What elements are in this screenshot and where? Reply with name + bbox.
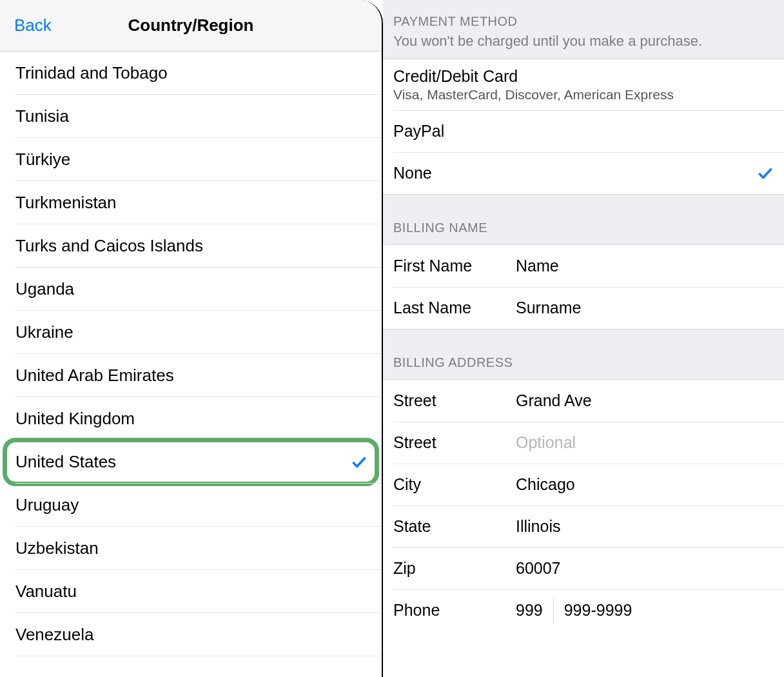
country-label: Ukraine [15, 322, 74, 342]
country-label: Trinidad and Tobago [15, 63, 168, 83]
country-row[interactable]: Türkiye [0, 138, 382, 181]
payment-option-title: Credit/Debit Card [393, 67, 518, 86]
billing-name-group: First NameNameLast NameSurname [383, 244, 784, 329]
billing-address-group: StreetGrand AveStreetOptionalCityChicago… [383, 379, 784, 631]
form-row[interactable]: StreetOptional [383, 422, 784, 464]
field-label: City [393, 475, 516, 494]
country-label: Turkmenistan [15, 193, 117, 213]
country-row[interactable]: Trinidad and Tobago [0, 52, 382, 95]
billing-address-header: BILLING ADDRESS [383, 329, 784, 379]
payment-option-title: None [393, 164, 432, 182]
country-region-pane: Back Country/Region Trinidad and TobagoT… [0, 0, 383, 677]
nav-bar: Back Country/Region [0, 0, 382, 52]
phone-value-wrap: 999999-9999 [516, 598, 632, 623]
form-row[interactable]: CityChicago [383, 464, 784, 505]
payment-method-header: PAYMENT METHOD You won't be charged unti… [383, 0, 784, 59]
country-row[interactable]: Turkmenistan [0, 181, 382, 224]
country-label: Uruguay [15, 495, 79, 515]
field-label: State [393, 517, 516, 536]
section-title: PAYMENT METHOD [393, 14, 774, 29]
country-label: Türkiye [15, 150, 70, 170]
form-row[interactable]: Last NameSurname [383, 287, 784, 329]
field-label: Street [393, 391, 516, 410]
country-label: Vanuatu [15, 582, 77, 602]
field-value[interactable]: Surname [516, 299, 581, 317]
field-label: Phone [393, 601, 516, 620]
country-label: Turks and Caicos Islands [15, 236, 203, 256]
country-row[interactable]: Vanuatu [0, 570, 382, 613]
section-title: BILLING NAME [393, 221, 774, 235]
country-row[interactable]: Uganda [0, 268, 382, 311]
form-row[interactable]: StreetGrand Ave [383, 380, 784, 422]
country-list[interactable]: Trinidad and TobagoTunisiaTürkiyeTurkmen… [0, 52, 382, 677]
field-value[interactable]: 60007 [516, 559, 561, 578]
field-placeholder[interactable]: Optional [516, 433, 576, 452]
country-row[interactable]: United States [0, 440, 382, 484]
form-row[interactable]: Zip60007 [383, 547, 784, 589]
country-label: United Arab Emirates [15, 366, 174, 386]
country-row[interactable]: Venezuela [0, 613, 382, 656]
country-label: Tunisia [15, 106, 69, 126]
payment-option[interactable]: PayPal [383, 110, 784, 152]
field-label: Last Name [393, 299, 516, 317]
field-value[interactable]: Chicago [516, 475, 575, 494]
payment-option-sub: Visa, MasterCard, Discover, American Exp… [393, 87, 674, 103]
section-subtitle: You won't be charged until you make a pu… [393, 33, 774, 50]
country-label: Venezuela [15, 625, 93, 645]
country-label: United States [15, 452, 116, 472]
billing-name-header: BILLING NAME [383, 195, 784, 244]
country-label: Uganda [15, 279, 74, 299]
billing-pane: PAYMENT METHOD You won't be charged unti… [383, 0, 784, 677]
payment-options-group: Credit/Debit CardVisa, MasterCard, Disco… [383, 59, 784, 195]
country-row[interactable]: Turks and Caicos Islands [0, 224, 382, 268]
field-value[interactable]: Illinois [516, 517, 560, 536]
payment-option[interactable]: Credit/Debit CardVisa, MasterCard, Disco… [383, 59, 784, 110]
country-label: United Kingdom [15, 409, 135, 429]
country-row[interactable]: Tunisia [0, 95, 382, 138]
country-row[interactable]: Uruguay [0, 484, 382, 527]
field-value[interactable]: Grand Ave [516, 391, 592, 410]
country-row[interactable]: Ukraine [0, 311, 382, 354]
payment-option-title: PayPal [393, 122, 444, 141]
payment-option[interactable]: None [383, 152, 784, 194]
check-icon [757, 165, 774, 182]
field-label: Zip [393, 559, 516, 578]
field-label: Street [393, 433, 516, 452]
phone-area[interactable]: 999 [516, 601, 543, 620]
country-row[interactable]: United Kingdom [0, 397, 382, 440]
phone-number[interactable]: 999-9999 [564, 601, 632, 620]
page-title: Country/Region [128, 15, 254, 35]
country-row[interactable]: Uzbekistan [0, 527, 382, 570]
field-label: First Name [393, 257, 516, 275]
check-icon [351, 454, 368, 471]
country-label: Uzbekistan [15, 538, 99, 558]
section-title: BILLING ADDRESS [393, 355, 774, 370]
divider [553, 598, 554, 623]
form-row[interactable]: First NameName [383, 245, 784, 287]
field-value[interactable]: Name [516, 257, 559, 275]
back-button[interactable]: Back [14, 15, 52, 35]
country-row[interactable]: United Arab Emirates [0, 354, 382, 397]
form-row-phone[interactable]: Phone999999-9999 [383, 589, 784, 631]
form-row[interactable]: StateIllinois [383, 505, 784, 547]
